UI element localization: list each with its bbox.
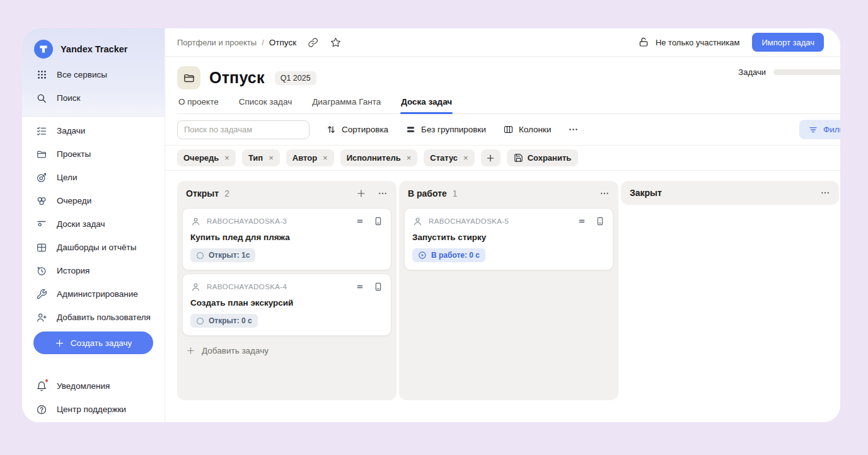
tasks-progress-bar — [773, 69, 840, 75]
priority-icon — [355, 216, 365, 226]
filter-chip-status[interactable]: Статус × — [424, 149, 474, 166]
priority-icon — [355, 282, 365, 292]
sidebar-item-all-services[interactable]: Все сервисы — [22, 63, 165, 86]
queues-icon — [36, 195, 47, 207]
sidebar-item-search[interactable]: Поиск — [22, 86, 165, 110]
task-card[interactable]: RABOCHAYADOSKA-3 Купить плед для пляжа — [182, 208, 391, 270]
assignee-icon — [190, 216, 201, 227]
description-icon — [595, 216, 605, 226]
tab-gantt[interactable]: Диаграмма Ганта — [311, 96, 381, 113]
description-icon — [373, 282, 383, 292]
sidebar-item-queues[interactable]: Очереди — [22, 189, 165, 212]
status-in-progress-icon — [418, 251, 427, 260]
more-icon[interactable] — [820, 188, 830, 198]
close-icon[interactable]: × — [224, 154, 229, 162]
dashboards-icon — [36, 242, 47, 253]
add-task-label: Добавить задачу — [202, 346, 269, 355]
task-title: Создать план экскурсий — [190, 297, 383, 308]
yandex-tracker-logo-icon — [34, 40, 53, 59]
close-icon[interactable]: × — [407, 154, 412, 162]
plus-icon — [486, 154, 495, 163]
status-open-icon — [196, 251, 204, 260]
tab-about[interactable]: О проекте — [178, 96, 219, 113]
import-tasks-button[interactable]: Импорт задач — [752, 33, 824, 52]
sidebar-item-dashboards[interactable]: Дашборды и отчёты — [22, 236, 165, 259]
sidebar-item-label: История — [57, 266, 90, 275]
sidebar-item-history[interactable]: История — [22, 259, 165, 282]
columns-button[interactable]: Колонки — [503, 124, 552, 135]
column-count: 2 — [224, 188, 229, 199]
task-key: RABOCHAYADOSKA-3 — [207, 217, 287, 225]
sort-arrows-icon — [326, 124, 337, 135]
filter-chip-type[interactable]: Тип × — [242, 149, 280, 166]
plus-icon — [55, 338, 64, 348]
sidebar-spacer — [22, 354, 165, 374]
save-icon — [514, 153, 523, 163]
column-header: Закрыт — [621, 181, 839, 205]
sidebar-item-goals[interactable]: Цели — [22, 166, 165, 189]
sort-button[interactable]: Сортировка — [326, 124, 388, 135]
status-badge: В работе: 0 с — [412, 248, 485, 262]
link-icon[interactable] — [308, 37, 318, 48]
filter-chip-author[interactable]: Автор × — [286, 149, 334, 166]
sidebar-item-administration[interactable]: Администрирование — [22, 282, 165, 306]
sidebar-item-support[interactable]: Центр поддержки — [22, 398, 165, 421]
board-column-in-progress: В работе 1 RABOCHAYADOSK — [399, 181, 618, 400]
columns-label: Колонки — [519, 125, 552, 134]
create-task-button[interactable]: Создать задачу — [33, 331, 153, 354]
brand[interactable]: Yandex Tracker — [22, 35, 165, 63]
more-icon[interactable] — [599, 188, 610, 199]
sidebar-item-boards[interactable]: Доски задач — [22, 212, 165, 236]
sidebar-item-label: Цели — [57, 173, 77, 182]
task-card[interactable]: RABOCHAYADOSKA-5 Запустить стирку — [404, 208, 613, 270]
goals-target-icon — [36, 172, 47, 183]
tab-board[interactable]: Доска задач — [400, 96, 453, 113]
breadcrumb-current: Отпуск — [269, 38, 296, 47]
sidebar-item-label: Очереди — [57, 196, 91, 205]
add-user-icon — [36, 312, 47, 323]
filter-chip-assignee[interactable]: Исполнитель × — [340, 149, 418, 166]
assignee-icon — [190, 282, 201, 292]
sidebar-item-projects[interactable]: Проекты — [22, 142, 165, 166]
save-filters-button[interactable]: Сохранить — [507, 149, 579, 166]
sidebar-item-notifications[interactable]: Уведомления — [22, 374, 165, 398]
projects-folder-icon — [36, 149, 47, 160]
grouping-button[interactable]: Без группировки — [405, 124, 486, 135]
sidebar-item-label: Центр поддержки — [57, 405, 126, 414]
tab-task-list[interactable]: Список задач — [238, 96, 293, 113]
sidebar-item-label: Доски задач — [57, 219, 105, 229]
sidebar-item-add-user[interactable]: Добавить пользователя — [22, 306, 165, 329]
sidebar-header: Yandex Tracker Все сервисы Поиск — [22, 28, 165, 117]
status-badge: Открыт: 0 с — [190, 314, 258, 328]
filter-icon — [808, 125, 818, 135]
column-header: Открыт 2 — [182, 181, 391, 206]
star-icon[interactable] — [330, 37, 342, 49]
breadcrumb-parent[interactable]: Портфели и проекты — [177, 38, 257, 47]
plus-icon — [186, 346, 195, 355]
admin-wrench-icon — [36, 289, 47, 300]
close-icon[interactable]: × — [269, 154, 274, 162]
main-content: Портфели и проекты / Отпуск Не только уч… — [165, 28, 840, 422]
sidebar-item-tasks[interactable]: Задачи — [22, 119, 165, 142]
add-card-icon[interactable] — [356, 188, 366, 199]
tasks-progress-label: Задачи — [738, 67, 766, 77]
add-task-button[interactable]: Добавить задачу — [182, 341, 391, 360]
project-header: Отпуск Q1 2025 Задачи О проекте Список з… — [165, 57, 840, 114]
column-title: В работе — [408, 188, 447, 199]
card-list: RABOCHAYADOSKA-5 Запустить стирку — [404, 206, 613, 270]
tasks-progress-widget: Задачи — [738, 67, 840, 77]
app-window: Yandex Tracker Все сервисы Поиск Зад — [22, 28, 840, 422]
close-icon[interactable]: × — [463, 154, 468, 162]
filters-button[interactable]: Фильтры — [799, 120, 840, 139]
filter-chip-queue[interactable]: Очередь × — [177, 149, 236, 166]
access-setting[interactable]: Не только участникам — [656, 38, 740, 47]
search-input[interactable] — [177, 120, 310, 139]
quarter-badge[interactable]: Q1 2025 — [275, 71, 316, 85]
close-icon[interactable]: × — [323, 154, 328, 162]
more-actions-button[interactable] — [568, 124, 579, 135]
task-card[interactable]: RABOCHAYADOSKA-4 Создать план экскурсий — [182, 274, 391, 336]
task-title: Запустить стирку — [412, 232, 605, 243]
brand-name: Yandex Tracker — [61, 44, 127, 54]
more-icon[interactable] — [378, 188, 388, 199]
add-filter-button[interactable] — [481, 149, 501, 166]
